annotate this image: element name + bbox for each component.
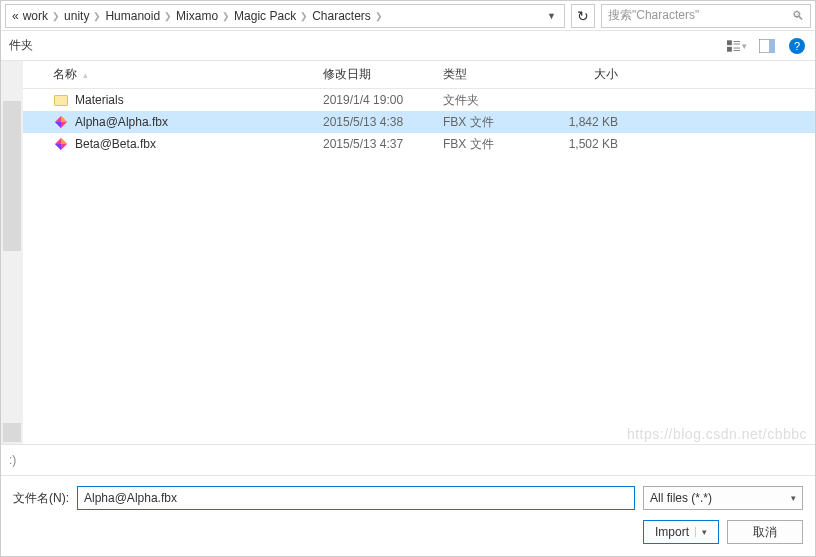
status-bar: :)	[1, 444, 815, 475]
search-icon: 🔍︎	[792, 9, 804, 23]
table-row[interactable]: Materials2019/1/4 19:00文件夹	[23, 89, 815, 111]
column-size[interactable]: 大小	[538, 66, 618, 83]
toolbar-label: 件夹	[9, 37, 33, 54]
chevron-right-icon: ❯	[375, 11, 383, 21]
breadcrumb-item[interactable]: Magic Pack❯	[232, 9, 310, 23]
help-icon: ?	[789, 38, 805, 54]
breadcrumb-prefix: «	[10, 9, 21, 23]
nav-sidebar	[1, 61, 23, 444]
file-size: 1,842 KB	[538, 115, 618, 129]
file-name: Materials	[75, 93, 124, 107]
import-button[interactable]: Import ▾	[643, 520, 719, 544]
sort-indicator-icon: ▴	[83, 70, 88, 80]
help-button[interactable]: ?	[787, 36, 807, 56]
fbx-file-icon	[53, 136, 69, 152]
svg-rect-1	[734, 41, 741, 42]
filename-label: 文件名(N):	[13, 490, 69, 507]
status-hint: :)	[9, 453, 16, 467]
breadcrumb-item[interactable]: Humanoid❯	[103, 9, 174, 23]
column-name[interactable]: 名称▴	[53, 66, 323, 83]
file-size: 1,502 KB	[538, 137, 618, 151]
chevron-right-icon: ❯	[52, 11, 60, 21]
file-list: 名称▴ 修改日期 类型 大小 Materials2019/1/4 19:00文件…	[23, 61, 815, 444]
chevron-down-icon: ▾	[791, 493, 796, 503]
file-date: 2015/5/13 4:37	[323, 137, 443, 151]
svg-rect-0	[727, 40, 732, 45]
file-type: 文件夹	[443, 92, 538, 109]
file-date: 2015/5/13 4:38	[323, 115, 443, 129]
file-type: FBX 文件	[443, 136, 538, 153]
svg-rect-3	[727, 46, 732, 51]
refresh-button[interactable]: ↻	[571, 4, 595, 28]
breadcrumb-item[interactable]: Characters❯	[310, 9, 385, 23]
breadcrumb[interactable]: « work❯ unity❯ Humanoid❯ Mixamo❯ Magic P…	[5, 4, 565, 28]
file-date: 2019/1/4 19:00	[323, 93, 443, 107]
chevron-down-icon: ▾	[742, 41, 747, 51]
chevron-down-icon: ▾	[695, 527, 707, 537]
breadcrumb-item[interactable]: Mixamo❯	[174, 9, 232, 23]
svg-rect-2	[734, 43, 741, 44]
table-row[interactable]: Alpha@Alpha.fbx2015/5/13 4:38FBX 文件1,842…	[23, 111, 815, 133]
chevron-right-icon: ❯	[93, 11, 101, 21]
chevron-right-icon: ❯	[164, 11, 172, 21]
preview-pane-icon[interactable]	[757, 36, 777, 56]
chevron-right-icon: ❯	[300, 11, 308, 21]
file-filter-select[interactable]: All files (*.*) ▾	[643, 486, 803, 510]
filename-input[interactable]: Alpha@Alpha.fbx	[77, 486, 635, 510]
fbx-file-icon	[53, 114, 69, 130]
column-headers[interactable]: 名称▴ 修改日期 类型 大小	[23, 61, 815, 89]
column-date[interactable]: 修改日期	[323, 66, 443, 83]
table-row[interactable]: Beta@Beta.fbx2015/5/13 4:37FBX 文件1,502 K…	[23, 133, 815, 155]
breadcrumb-dropdown-icon[interactable]: ▼	[543, 11, 560, 21]
refresh-icon: ↻	[577, 8, 589, 24]
chevron-right-icon: ❯	[222, 11, 230, 21]
search-placeholder: 搜索"Characters"	[608, 7, 699, 24]
file-type: FBX 文件	[443, 114, 538, 131]
cancel-button[interactable]: 取消	[727, 520, 803, 544]
svg-rect-7	[769, 39, 775, 53]
column-type[interactable]: 类型	[443, 66, 538, 83]
svg-rect-5	[734, 50, 741, 51]
svg-rect-4	[734, 47, 741, 48]
folder-icon	[53, 92, 69, 108]
file-name: Alpha@Alpha.fbx	[75, 115, 168, 129]
file-name: Beta@Beta.fbx	[75, 137, 156, 151]
search-input[interactable]: 搜索"Characters" 🔍︎	[601, 4, 811, 28]
breadcrumb-item[interactable]: work❯	[21, 9, 62, 23]
view-details-icon[interactable]: ▾	[727, 36, 747, 56]
breadcrumb-item[interactable]: unity❯	[62, 9, 103, 23]
